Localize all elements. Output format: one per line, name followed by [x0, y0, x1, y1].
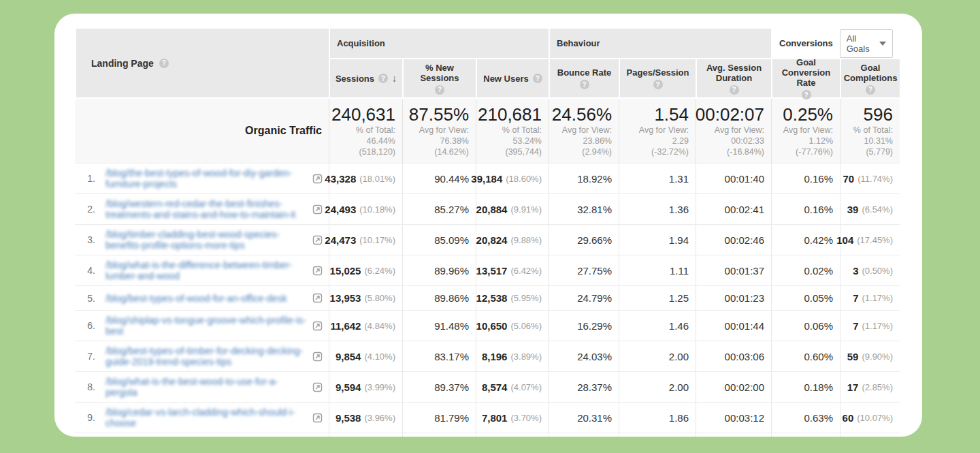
column-header-new-users[interactable]: New Users ?: [476, 59, 549, 97]
column-header-pct-new-sessions[interactable]: % New Sessions ?: [402, 59, 476, 97]
landing-page-link[interactable]: /blog/what-is-the-difference-between-tim…: [105, 260, 306, 281]
sessions-percent: (3.96%): [364, 413, 395, 423]
open-page-icon[interactable]: [312, 293, 323, 303]
column-header-sessions[interactable]: Sessions ? ↓: [329, 59, 402, 97]
open-page-icon[interactable]: [312, 235, 323, 245]
help-icon[interactable]: ?: [866, 85, 875, 95]
table-row: 6. /blog/shiplap-vs-tongue-groove-which-…: [75, 310, 900, 341]
new-users-cell: 10,650 (5.06%): [476, 311, 549, 341]
sessions-cell: 24,493 (10.18%): [329, 194, 402, 224]
open-page-icon[interactable]: [312, 266, 323, 276]
summary-goal-conversion-rate-subtext: Avg for View: 1.12% (-77.76%): [779, 125, 833, 157]
sessions-percent: (6.24%): [364, 266, 395, 276]
avg-session-duration-value: 00:01:44: [725, 320, 764, 332]
pages-session-value: 1.31: [669, 173, 689, 185]
open-page-icon[interactable]: [312, 352, 323, 362]
column-header-landing-page[interactable]: Landing Page ?: [75, 29, 329, 97]
help-icon[interactable]: ?: [802, 90, 811, 99]
pages-session-cell: 2.00: [619, 341, 696, 371]
new-users-value: 8,574: [482, 381, 508, 393]
help-icon[interactable]: ?: [159, 59, 169, 68]
goal-completions-value: 7: [853, 320, 858, 332]
open-page-icon[interactable]: [312, 382, 323, 392]
summary-new-users-value: 210,681: [478, 104, 542, 125]
sessions-value: 13,953: [330, 292, 361, 304]
avg-session-duration-value: 00:01:37: [725, 265, 764, 277]
pages-session-value: 1.36: [669, 204, 689, 215]
new-users-value: 13,517: [476, 265, 508, 277]
pages-session-cell: 2.00: [619, 372, 696, 402]
pages-session-cell: 1.31: [619, 163, 696, 193]
summary-goal-conversion-rate-value: 0.25%: [783, 104, 833, 125]
new-users-cell: 8,574 (4.07%): [476, 372, 549, 402]
landing-page-link[interactable]: /blog/best-types-of-wood-for-an-office-d…: [105, 293, 306, 304]
pct-new-sessions-value: 85.27%: [434, 204, 469, 215]
goal-completions-cell: 7 (1.17%): [840, 311, 900, 341]
goal-conversion-rate-cell: 0.05%: [771, 286, 840, 310]
landing-page-link[interactable]: /blog/the-best-types-of-wood-for-diy-gar…: [105, 168, 306, 189]
bounce-rate-value: 24.79%: [577, 292, 612, 304]
help-icon[interactable]: ?: [730, 85, 739, 95]
goal-completions-value: 70: [843, 173, 855, 185]
pct-new-sessions-value: 90.44%: [434, 173, 469, 185]
goal-completions-value: 7: [853, 292, 858, 304]
row-index: 2.: [75, 204, 95, 215]
new-users-percent: (5.06%): [510, 321, 542, 331]
pages-session-cell: 1.11: [619, 255, 696, 285]
bounce-rate-value: 20.31%: [577, 412, 612, 424]
sort-descending-icon[interactable]: ↓: [392, 74, 397, 84]
new-users-percent: (6.42%): [510, 266, 542, 276]
help-icon[interactable]: ?: [653, 80, 663, 89]
goal-conversion-rate-value: 0.60%: [804, 351, 833, 362]
new-users-value: 20,824: [476, 234, 508, 246]
summary-avg-session-duration: 00:02:07 Avg for View: 00:02:33 (-16.84%…: [696, 99, 771, 163]
goal-conversion-rate-value: 0.16%: [804, 204, 833, 215]
goal-completions-cell: 0 (0.00%): [840, 433, 900, 437]
pct-new-sessions-value: 89.96%: [434, 265, 469, 277]
landing-page-link[interactable]: /blog/best-types-of-timber-for-decking-d…: [105, 345, 306, 367]
column-header-bounce-rate[interactable]: Bounce Rate ?: [549, 59, 619, 97]
landing-page-link[interactable]: /blog/timber-cladding-best-wood-species-…: [105, 229, 306, 251]
help-icon[interactable]: ?: [580, 80, 589, 89]
new-users-cell: 20,824 (9.88%): [476, 225, 549, 255]
new-users-percent: (3.70%): [510, 413, 542, 423]
open-page-icon[interactable]: [312, 204, 323, 215]
pages-session-value: 2.00: [669, 351, 689, 362]
new-users-value: 12,538: [476, 292, 508, 304]
table-row: 8. /blog/what-is-the-best-wood-to-use-fo…: [75, 371, 900, 402]
new-users-cell: 20,884 (9.91%): [476, 194, 549, 224]
help-icon[interactable]: ?: [533, 74, 542, 83]
goal-selector-dropdown[interactable]: All Goals: [840, 29, 893, 58]
summary-sessions-value: 240,631: [331, 104, 395, 125]
summary-avg-session-duration-subtext: Avg for View: 00:02:33 (-16.84%): [715, 125, 764, 157]
open-page-icon[interactable]: [312, 174, 323, 184]
column-header-goal-conversion-rate[interactable]: Goal Conversion Rate ?: [771, 59, 840, 97]
bounce-rate-value: 16.29%: [577, 320, 612, 332]
open-page-icon[interactable]: [312, 413, 323, 423]
landing-page-link[interactable]: /blog/what-is-the-best-wood-to-use-for-a…: [105, 376, 306, 398]
row-index: 8.: [75, 381, 95, 392]
help-icon[interactable]: ?: [378, 74, 388, 83]
goal-conversion-rate-cell: 0.63%: [771, 403, 840, 433]
landing-page-link[interactable]: /blog/shiplap-vs-tongue-groove-which-pro…: [105, 315, 306, 337]
pages-session-header-label: Pages/Session: [627, 67, 689, 78]
avg-session-duration-cell: 00:01:23: [696, 286, 771, 310]
pages-session-cell: 1.46: [619, 311, 696, 341]
landing-page-cell: 5. /blog/best-types-of-wood-for-an-offic…: [75, 286, 329, 310]
new-users-cell: 12,538 (5.95%): [476, 286, 549, 310]
summary-pct-new-sessions-subtext: Avg for View: 76.38% (14.62%): [410, 125, 469, 157]
sessions-header-label: Sessions: [336, 74, 374, 84]
sessions-cell: 9,594 (3.99%): [329, 372, 402, 402]
landing-page-cell: 4. /blog/what-is-the-difference-between-…: [75, 255, 329, 285]
open-page-icon[interactable]: [312, 321, 323, 331]
goal-conversion-rate-value: 0.16%: [804, 173, 833, 185]
column-header-avg-session-duration[interactable]: Avg. Session Duration ?: [696, 59, 771, 97]
landing-page-link[interactable]: /blog/western-red-cedar-the-best-finishe…: [105, 198, 306, 220]
summary-new-users-subtext: % of Total: 53.24% (395,744): [483, 125, 542, 157]
landing-page-link[interactable]: /blog/cedar-vs-larch-cladding-which-shou…: [105, 407, 306, 428]
column-header-goal-completions[interactable]: Goal Completions ?: [840, 59, 900, 97]
column-header-pages-session[interactable]: Pages/Session ?: [619, 59, 696, 97]
bounce-rate-cell: 16.29%: [549, 311, 619, 341]
help-icon[interactable]: ?: [435, 85, 444, 95]
goal-completions-percent: (17.45%): [857, 235, 893, 245]
